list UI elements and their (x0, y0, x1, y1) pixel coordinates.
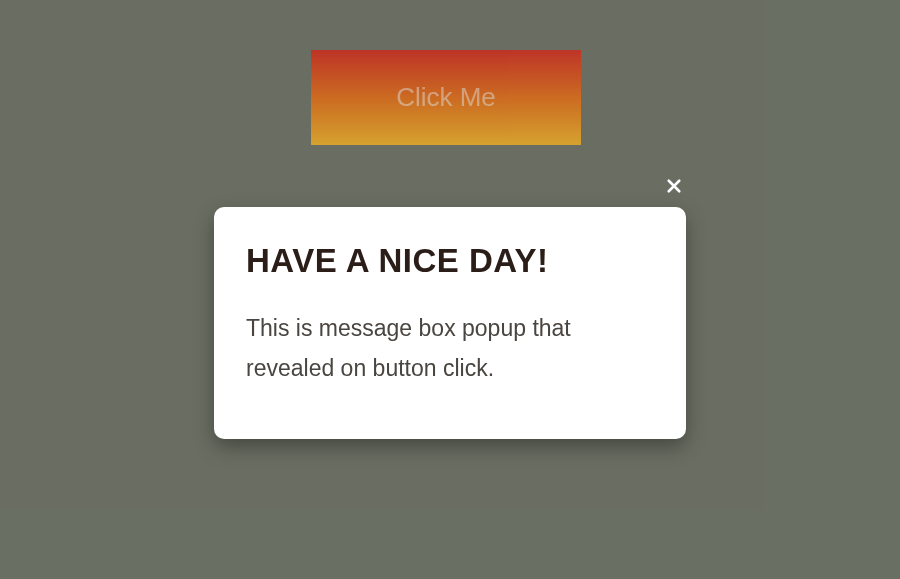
modal-text: This is message box popup that revealed … (246, 308, 654, 389)
modal-wrapper: HAVE A NICE DAY! This is message box pop… (214, 175, 686, 439)
modal-dialog: HAVE A NICE DAY! This is message box pop… (214, 207, 686, 439)
modal-title: HAVE A NICE DAY! (246, 242, 654, 280)
close-button[interactable] (656, 170, 691, 205)
close-icon (665, 177, 683, 199)
